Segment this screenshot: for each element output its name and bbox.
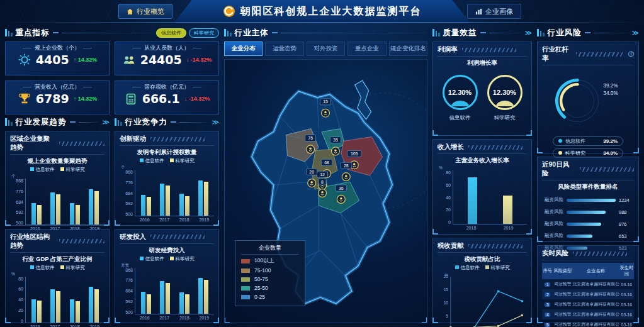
stat-cards: 规上企业数（个） 4405 ↑ 14.32% 从业人员数（人） 24405 ↓ … [5, 42, 219, 114]
bar [185, 196, 189, 216]
svg-text:20: 20 [309, 170, 314, 174]
tab-4[interactable]: 规企变化排名 [389, 42, 427, 56]
map-legend-item: 75-100 [241, 267, 299, 274]
section-bars-icon [537, 29, 545, 36]
bar-chart-icon [475, 8, 482, 15]
tab-0[interactable]: 企业分布 [224, 42, 263, 56]
tag-info-software[interactable]: 信息软件 [156, 28, 186, 38]
bar [70, 299, 74, 323]
tax-icon [124, 92, 138, 106]
map-legend-item: 100以上 [241, 257, 299, 265]
table-row[interactable]: 1司法预警北京启迪卓越科技有限公司03-16 [542, 279, 634, 289]
industry-body-header: 行业主体 [224, 27, 427, 38]
svg-text:20: 20 [444, 274, 449, 279]
trophy-icon [18, 92, 31, 106]
risk-column: 行业风险 ≫ 行业杠杆率 ⓘ 39.2% 34.0% 信息软件39.2% 科学研… [537, 25, 639, 323]
plot-area [135, 170, 214, 216]
bar [166, 283, 170, 313]
stat-card: 规上企业数（个） 4405 ↑ 14.32% [5, 42, 110, 75]
svg-text:39.2%: 39.2% [603, 83, 618, 89]
stat-card: 从业人员数（人） 24405 ↓ -14.32% [115, 42, 219, 75]
bar [37, 301, 42, 323]
profit-rate-panel: 利润率 利润增长率 12.30% 信息软件 12.30% 科学研究 [432, 42, 532, 136]
rd-panel: 研发投入 研发经费投入信息软件科学研究万元8687766845925002016… [115, 229, 219, 324]
bar [94, 191, 99, 224]
section-bars-icon [5, 29, 13, 36]
section-bars-icon [115, 118, 122, 126]
table-header: 序号 [542, 263, 553, 279]
hatch-decoration [580, 167, 634, 172]
chart-legend: 信息软件科学研究 [120, 256, 214, 262]
hatch-decoration [59, 239, 105, 243]
left-column: 重点指标 信息软件 科学研究 规上企业数（个） 4405 ↑ 14.32% 从业… [5, 25, 219, 323]
y-axis: 868776684592500 [120, 170, 135, 216]
center-column: 行业主体 企业分布运营态势对外投资重点企业规企变化排名 [224, 25, 427, 323]
gauge: 12.30% 科学研究 [487, 75, 523, 122]
svg-text:36: 36 [339, 186, 344, 191]
leverage-legend: 信息软件39.2% 科学研究34.0% [542, 136, 634, 158]
map-legend-item: 25-50 [241, 285, 299, 291]
plot-area [453, 170, 527, 224]
gauges: 12.30% 信息软件 12.30% 科学研究 [438, 75, 527, 122]
nav-enterprise-portrait-button[interactable]: 企业画像 [467, 4, 521, 19]
competitiveness-header: 行业竞争力 ≫ [115, 116, 219, 128]
district-map-panel: 15 75 35 105 68 28 [224, 59, 427, 323]
table-row[interactable]: 4司法预警北京启迪卓越科技有限公司03-16 [542, 309, 634, 319]
bar [147, 197, 151, 216]
table-row[interactable]: 2司法预警北京启迪卓越科技有限公司03-16 [542, 289, 634, 299]
risk-rank-row: 融资风险 653 [542, 233, 634, 239]
bar [141, 292, 145, 313]
leverage-panel: 行业杠杆率 ⓘ 39.2% 34.0% 信息软件39.2% 科学研究34.0% [537, 42, 639, 153]
hatch-decoration [150, 137, 205, 141]
gauge: 12.30% 信息软件 [443, 75, 478, 122]
nav-industry-overview-button[interactable]: 行业概览 [118, 4, 172, 19]
tab-1[interactable]: 运营态势 [265, 42, 303, 56]
svg-text:8: 8 [321, 180, 324, 184]
stat-label: 留存税收（亿元） [115, 83, 218, 91]
legend-item: 信息软件39.2% [553, 136, 623, 146]
map-legend-item: 50-75 [241, 276, 299, 282]
gdp-chart: 行业 GDP 占第三产业比例信息软件科学研究%80604020020162017… [10, 255, 105, 327]
y-axis: 868776684592500 [120, 268, 135, 314]
realtime-risk-panel: 实时风险 序号风险类型企业名称发生时间 1司法预警北京启迪卓越科技有限公司03-… [537, 245, 639, 323]
chart-title: 研发经费投入 [120, 247, 214, 255]
svg-text:105: 105 [351, 152, 358, 156]
chart-legend: 信息软件科学研究 [120, 158, 214, 164]
svg-text:10: 10 [444, 301, 449, 305]
quality-column: 质量效益 ≫ 利润率 利润增长率 12.30% 信息软件 12.30% 科学研究… [432, 25, 532, 323]
risk-rank-row: 融资风险 988 [542, 209, 634, 215]
table-header: 风险类型 [553, 263, 573, 279]
bar [468, 177, 477, 224]
cluster-trend-panel: 区域企业集聚趋势 规上企业数量集聚趋势信息软件科学研究个868776684592… [5, 131, 110, 226]
table-row[interactable]: 5司法预警北京启迪卓越科技有限公司03-16 [542, 319, 634, 327]
info-icon[interactable]: ⓘ [628, 50, 634, 58]
more-icon[interactable]: ≫ [631, 29, 639, 37]
stat-delta: ↓ -14.32% [184, 96, 210, 102]
stat-value: 666.1 [142, 92, 180, 106]
x-axis: 2016201720182019 [25, 323, 105, 327]
stat-delta: ↑ 14.32% [74, 57, 98, 63]
tab-2[interactable]: 对外投资 [307, 42, 345, 56]
more-icon[interactable]: ≫ [102, 118, 110, 126]
more-icon[interactable]: ≫ [524, 29, 532, 37]
dashboard: 朝阳区科创规上企业大数据监测平台 行业概览 企业画像 重点指标 信息软件 [0, 0, 644, 327]
chart-legend: 信息软件科学研究 [10, 167, 105, 173]
tag-science-research[interactable]: 科学研究 [189, 28, 219, 38]
x-axis: 2016201720182019 [135, 216, 214, 222]
chart-title: 发明专利累计授权数量 [120, 148, 214, 157]
hatch-decoration [468, 145, 523, 150]
stat-delta: ↑ 14.32% [74, 96, 98, 102]
stat-label: 规上企业数（个） [6, 44, 109, 52]
table-row[interactable]: 3司法预警北京启迪卓越科技有限公司03-16 [542, 299, 634, 309]
bar [31, 299, 36, 323]
map-legend-item: 0-25 [241, 294, 299, 300]
leverage-donut: 39.2% 34.0% [542, 65, 634, 135]
bar [37, 205, 42, 224]
line-plot: %201510502016201720182019 [438, 272, 527, 327]
more-icon[interactable]: ≫ [212, 118, 219, 126]
chart-title: 规上企业数量集聚趋势 [10, 157, 105, 165]
tab-3[interactable]: 重点企业 [347, 42, 386, 56]
stat-value: 6789 [36, 92, 69, 106]
section-bars-icon [224, 29, 232, 36]
realtime-table-body: 1司法预警北京启迪卓越科技有限公司03-16 2司法预警北京启迪卓越科技有限公司… [542, 279, 634, 327]
